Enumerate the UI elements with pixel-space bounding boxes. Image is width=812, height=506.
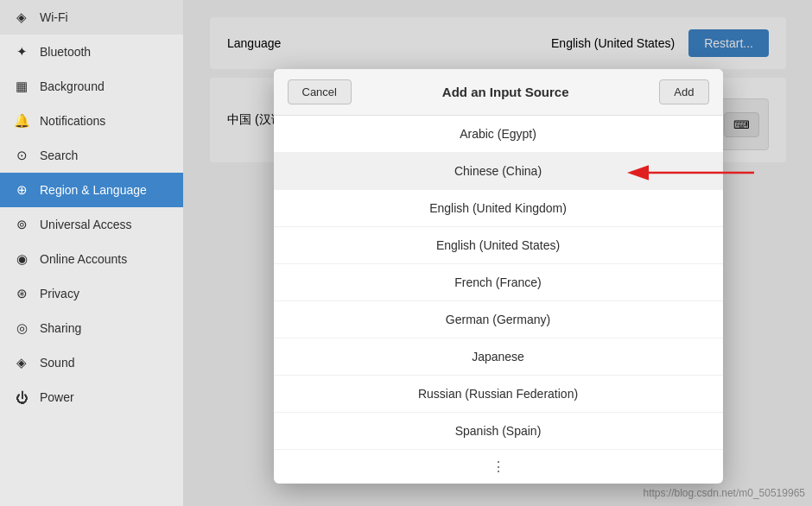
sidebar-item-sound[interactable]: ◈Sound [0,345,183,380]
dialog-list-item-chinese-china[interactable]: Chinese (China) [274,153,723,190]
dialog-overlay: Cancel Add an Input Source Add Arabic (E… [184,0,812,506]
dialog-list-item-russian[interactable]: Russian (Russian Federation) [274,376,723,413]
sidebar-label-privacy: Privacy [40,287,79,300]
input-source-list: Arabic (Egypt)Chinese (China)English (Un… [274,116,723,484]
sidebar-label-notifications: Notifications [40,114,105,128]
dialog-list-item-french-france[interactable]: French (France) [274,264,723,301]
dialog-list-item-german-germany[interactable]: German (Germany) [274,301,723,338]
dialog-list-item-japanese[interactable]: Japanese [274,338,723,376]
power-icon: ⏻ [14,389,29,405]
notifications-icon: 🔔 [14,113,29,129]
background-icon: ▦ [14,79,29,94]
dialog-list-item-arabic-egypt[interactable]: Arabic (Egypt) [274,116,723,153]
sidebar-label-wifi: Wi-Fi [40,10,68,24]
sidebar-item-universal-access[interactable]: ⊚Universal Access [0,207,183,242]
dialog-list-item-spanish-spain[interactable]: Spanish (Spain) [274,413,723,450]
online-accounts-icon: ◉ [14,251,29,267]
privacy-icon: ⊛ [14,286,29,301]
sidebar: ◈Wi-Fi✦Bluetooth▦Background🔔Notification… [0,0,184,506]
sidebar-label-universal-access: Universal Access [40,218,132,231]
region-language-icon: ⊕ [14,182,29,198]
sidebar-label-sharing: Sharing [40,321,81,335]
sidebar-label-search: Search [40,149,78,162]
universal-access-icon: ⊚ [14,217,29,232]
sidebar-item-wifi[interactable]: ◈Wi-Fi [0,0,183,35]
dialog-list-item-english-uk[interactable]: English (United Kingdom) [274,190,723,227]
search-icon: ⊙ [14,148,29,163]
sidebar-item-search[interactable]: ⊙Search [0,138,183,173]
wifi-icon: ◈ [14,9,29,25]
sidebar-item-background[interactable]: ▦Background [0,69,183,104]
sidebar-label-region-language: Region & Language [40,183,147,197]
add-button[interactable]: Add [659,79,708,104]
bluetooth-icon: ✦ [14,44,29,60]
sidebar-label-background: Background [40,79,105,93]
sidebar-item-sharing[interactable]: ◎Sharing [0,311,183,345]
sidebar-item-bluetooth[interactable]: ✦Bluetooth [0,35,183,69]
sidebar-item-online-accounts[interactable]: ◉Online Accounts [0,242,183,276]
sidebar-item-region-language[interactable]: ⊕Region & Language [0,173,183,207]
dialog-list-item-english-us[interactable]: English (United States) [274,227,723,264]
cancel-button[interactable]: Cancel [288,79,352,104]
sound-icon: ◈ [14,355,29,370]
sidebar-label-online-accounts: Online Accounts [40,252,127,266]
sidebar-label-power: Power [40,390,74,404]
sharing-icon: ◎ [14,320,29,336]
sidebar-label-bluetooth: Bluetooth [40,45,91,59]
sidebar-item-notifications[interactable]: 🔔Notifications [0,104,183,138]
add-input-source-dialog: Cancel Add an Input Source Add Arabic (E… [274,69,723,484]
dialog-list-item-more[interactable]: ⋮ [274,450,723,484]
dialog-title: Add an Input Source [360,85,650,99]
dialog-header: Cancel Add an Input Source Add [274,69,723,116]
sidebar-item-power[interactable]: ⏻Power [0,380,183,414]
sidebar-label-sound: Sound [40,356,74,370]
sidebar-item-privacy[interactable]: ⊛Privacy [0,276,183,311]
main-content: Language English (United States) Restart… [184,0,812,506]
